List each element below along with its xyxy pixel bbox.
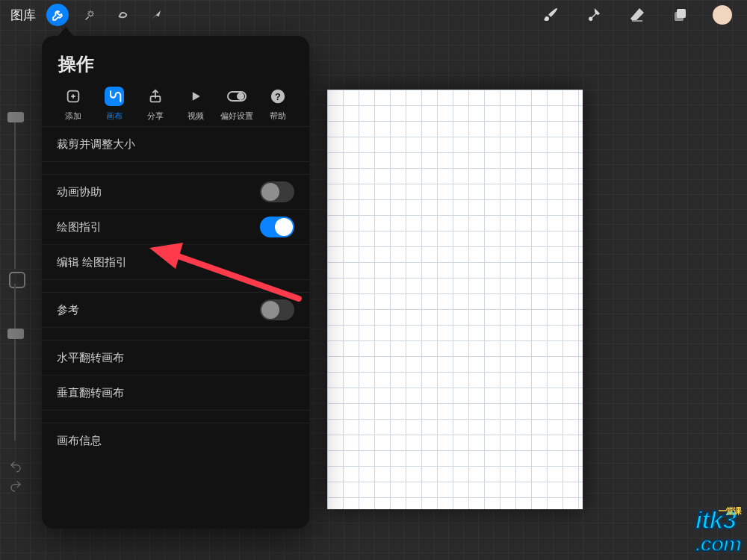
tab-video-label: 视频 <box>187 111 204 122</box>
row-edit-drawing-guide[interactable]: 编辑 绘图指引 <box>42 244 309 279</box>
tab-canvas-label: 画布 <box>106 111 123 122</box>
actions-tool-icon[interactable] <box>46 4 69 26</box>
undo-icon[interactable] <box>7 460 24 473</box>
help-icon: ? <box>268 87 288 106</box>
row-canvas-info[interactable]: 画布信息 <box>42 423 309 458</box>
row-reference[interactable]: 参考 <box>42 293 309 327</box>
layers-icon[interactable] <box>669 4 692 26</box>
brush-tool-icon[interactable] <box>539 4 562 26</box>
row-label: 裁剪并调整大小 <box>57 137 135 152</box>
row-animation-assist[interactable]: 动画协助 <box>42 175 309 209</box>
prefs-icon <box>227 87 247 106</box>
row-crop-resize[interactable]: 裁剪并调整大小 <box>42 127 309 161</box>
tab-share-label: 分享 <box>147 111 164 122</box>
tab-prefs[interactable]: 偏好设置 <box>219 87 255 122</box>
brush-size-thumb[interactable] <box>7 112 24 122</box>
row-drawing-guide[interactable]: 绘图指引 <box>42 209 309 244</box>
tab-add[interactable]: 添加 <box>55 87 91 122</box>
smudge-tool-icon[interactable] <box>583 4 605 26</box>
top-toolbar: 图库 <box>0 0 747 30</box>
modify-button[interactable] <box>9 272 25 288</box>
row-flip-vertical[interactable]: 垂直翻转画布 <box>42 375 309 410</box>
tab-canvas[interactable]: 画布 <box>96 87 132 122</box>
add-icon <box>63 87 83 106</box>
row-label: 画布信息 <box>57 434 102 448</box>
brush-opacity-track[interactable] <box>14 284 16 441</box>
row-label: 垂直翻转画布 <box>57 386 124 400</box>
toggle-reference[interactable] <box>260 299 294 320</box>
row-label: 参考 <box>57 303 79 317</box>
tab-share[interactable]: 分享 <box>137 87 173 122</box>
tab-video[interactable]: 视频 <box>178 87 214 122</box>
canvas-icon <box>105 87 124 106</box>
panel-pointer <box>58 27 73 36</box>
row-label: 水平翻转画布 <box>57 351 124 365</box>
row-label: 动画协助 <box>57 185 102 199</box>
actions-panel: 操作 添加 画布 分享 视频 <box>42 36 309 529</box>
watermark-line2: .com <box>695 532 741 556</box>
panel-tab-bar: 添加 画布 分享 视频 偏好设置 ? <box>42 87 309 126</box>
color-swatch[interactable] <box>713 5 732 25</box>
panel-title: 操作 <box>42 36 309 87</box>
tab-help[interactable]: ? 帮助 <box>260 87 296 122</box>
gallery-button[interactable]: 图库 <box>10 7 36 24</box>
share-icon <box>146 87 165 106</box>
tab-add-label: 添加 <box>65 111 81 122</box>
redo-icon[interactable] <box>7 479 24 493</box>
transform-tool-icon[interactable] <box>145 4 167 26</box>
watermark-tag: 一堂课 <box>719 507 741 515</box>
brush-opacity-thumb[interactable] <box>7 329 24 339</box>
video-icon <box>186 87 205 106</box>
side-slider-rail <box>4 112 25 463</box>
watermark: 一堂课 itk3 .com <box>695 508 741 556</box>
tab-prefs-label: 偏好设置 <box>220 111 253 122</box>
row-flip-horizontal[interactable]: 水平翻转画布 <box>42 340 309 375</box>
svg-text:?: ? <box>275 91 281 102</box>
tab-help-label: 帮助 <box>270 111 286 122</box>
brush-size-track[interactable] <box>14 112 16 269</box>
svg-point-5 <box>238 93 244 99</box>
canvas[interactable] <box>327 90 583 509</box>
adjust-tool-icon[interactable] <box>79 4 102 26</box>
row-label: 编辑 绘图指引 <box>57 255 127 270</box>
row-label: 绘图指引 <box>57 220 102 234</box>
eraser-tool-icon[interactable] <box>626 4 648 26</box>
toggle-animation-assist[interactable] <box>260 181 294 202</box>
toggle-drawing-guide[interactable] <box>260 217 294 237</box>
svg-rect-1 <box>675 12 684 21</box>
selection-tool-icon[interactable] <box>112 4 134 26</box>
